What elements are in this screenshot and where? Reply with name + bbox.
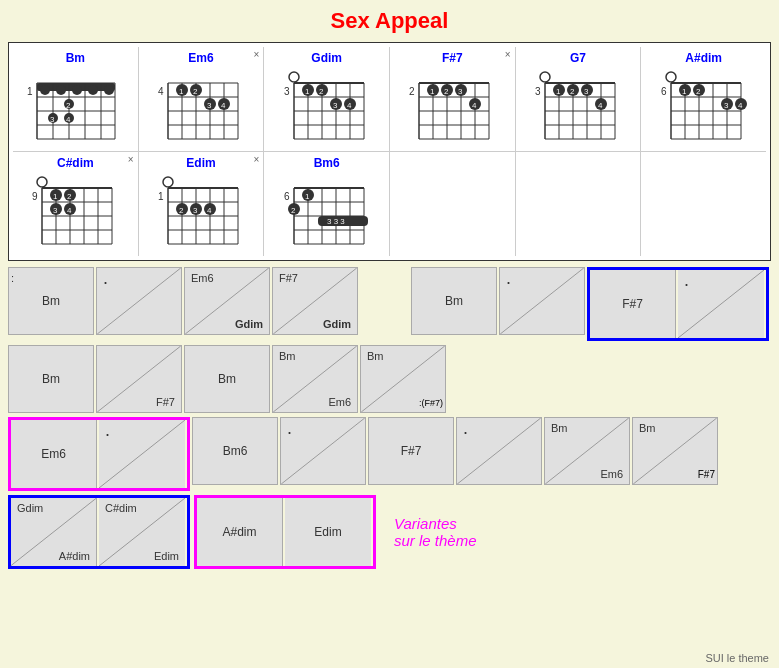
prog-row-2: Bm F#7 Bm Bm Em6 Bm :(F#7) [8, 345, 771, 413]
beat-dot-blue: · [678, 270, 764, 338]
bm-label-2: Bm [445, 294, 463, 308]
svg-text:9: 9 [32, 191, 38, 202]
dot-sym-1: · [103, 272, 108, 293]
chord-adim-diagram: 6 1 2 3 4 [659, 67, 749, 147]
prog-row-3: Em6 · Bm6 · F#7 [8, 417, 771, 491]
chord-empty-1 [390, 152, 516, 256]
beat-f7-gdim: F#7 Gdim [272, 267, 358, 335]
chord-row-1: Bm 1 [13, 47, 766, 152]
svg-text:3: 3 [284, 86, 290, 97]
f7-label-1: F#7 [279, 272, 298, 284]
svg-point-16 [88, 85, 98, 95]
svg-text:2: 2 [179, 206, 184, 215]
beat-bm-r2: Bm [8, 345, 94, 413]
chord-em6-diagram: 4 1 2 3 4 [156, 67, 246, 147]
chord-adim: A#dim 6 1 2 3 [641, 47, 766, 151]
svg-text:2: 2 [291, 206, 296, 215]
svg-text:4: 4 [347, 101, 352, 110]
svg-text:3: 3 [193, 206, 198, 215]
beat-dot-pink: · [99, 420, 185, 488]
beat-bm-em6: Bm Em6 [272, 345, 358, 413]
svg-text:3: 3 [333, 101, 338, 110]
svg-text:4: 4 [207, 206, 212, 215]
chord-edim-close[interactable]: × [254, 154, 260, 165]
chord-bm6-name: Bm6 [268, 156, 385, 170]
chord-f7: F#7 × 2 1 2 3 [390, 47, 516, 151]
beat-csdim-edim: C#dim Edim [99, 498, 185, 566]
variantes-label: Variantes sur le thème [384, 515, 771, 549]
diag-dot-1 [97, 268, 181, 334]
chord-empty-3 [641, 152, 766, 256]
diag-r3-2 [281, 418, 365, 484]
bm6-r3-label: Bm6 [223, 444, 248, 458]
svg-line-193 [99, 420, 185, 488]
beat-f7-blue: F#7 [590, 270, 676, 338]
chord-adim-name: A#dim [645, 51, 762, 65]
svg-text:3: 3 [50, 115, 55, 124]
beat-bm6-r3: Bm6 [192, 417, 278, 485]
svg-text:2: 2 [67, 192, 72, 201]
bm-label-1: Bm [42, 294, 60, 308]
chord-f7-close[interactable]: × [505, 49, 511, 60]
chord-empty-2 [516, 152, 642, 256]
beat-bm-f7: Bm :(F#7) [360, 345, 446, 413]
svg-text:4: 4 [472, 101, 477, 110]
bm-em6-tl: Bm [279, 350, 296, 362]
diag-dot-pink [99, 420, 185, 488]
progression-section: : Bm · Em6 Gdim F#7 Gdim [8, 267, 771, 569]
chord-edim-name: Edim [143, 156, 260, 170]
chord-csdim-close[interactable]: × [128, 154, 134, 165]
svg-text:1: 1 [53, 192, 58, 201]
beat-em6-gdim: Em6 Gdim [184, 267, 270, 335]
dot-sym-blue: · [684, 274, 689, 295]
footer-text: SUI le theme [705, 652, 769, 664]
pink-group-row3: Em6 · [8, 417, 190, 491]
bm-r2-label: Bm [42, 372, 60, 386]
bm-em6-r3-tl: Bm [551, 422, 568, 434]
svg-line-188 [500, 268, 583, 334]
beat-bm-r2-2: Bm [184, 345, 270, 413]
chord-bm: Bm 1 [13, 47, 139, 151]
bm-f7-r3-tl: Bm [639, 422, 656, 434]
chord-bm-diagram: 1 [25, 67, 125, 147]
dot-r3-3-sym: · [463, 422, 468, 443]
beat-f7-r3: F#7 [368, 417, 454, 485]
svg-text:3: 3 [207, 101, 212, 110]
svg-text:4: 4 [738, 101, 743, 110]
beat-diag-f7-r2: F#7 [96, 345, 182, 413]
svg-line-185 [97, 268, 180, 334]
svg-text:2: 2 [409, 86, 415, 97]
chord-g7-diagram: 3 1 2 3 4 [533, 67, 623, 147]
svg-point-15 [72, 85, 82, 95]
svg-text:1: 1 [179, 87, 184, 96]
svg-point-86 [540, 72, 550, 82]
svg-text:1: 1 [305, 87, 310, 96]
diag-dot-blue [678, 270, 764, 338]
dot-sym-2: · [506, 272, 511, 293]
gdim-label: Gdim [17, 502, 43, 514]
f7-r3-label: F#7 [401, 444, 422, 458]
variantes-text: Variantes sur le thème [394, 515, 477, 549]
svg-text:2: 2 [66, 101, 71, 110]
bm-r2-2-label: Bm [218, 372, 236, 386]
svg-text:1: 1 [430, 87, 435, 96]
gdim-label-2: Gdim [323, 318, 351, 330]
bottom-bar: SUI le theme [705, 650, 769, 666]
diag-r3-3 [457, 418, 541, 484]
chord-edim-diagram: 1 2 3 4 [156, 172, 246, 252]
diag-dot-2 [500, 268, 584, 334]
svg-text:2: 2 [444, 87, 449, 96]
chord-em6-close[interactable]: × [254, 49, 260, 60]
blue-group-row4: Gdim A#dim C#dim Edim [8, 495, 190, 569]
beat-dot-1: · [96, 267, 182, 335]
chord-gdim: Gdim 3 2 1 3 [264, 47, 390, 151]
bm-em6-r3-br: Em6 [600, 468, 623, 480]
chord-csdim-diagram: 9 1 2 3 4 [30, 172, 120, 252]
gdim-label-1: Gdim [235, 318, 263, 330]
beat-gdim-adim: Gdim A#dim [11, 498, 97, 566]
page-title: Sex Appeal [0, 0, 779, 38]
beat-em6-pink: Em6 [11, 420, 97, 488]
blue-group-row1: F#7 · [587, 267, 769, 341]
chord-bm6: Bm6 6 1 2 3 3 3 [264, 152, 390, 256]
chord-g7-name: G7 [520, 51, 637, 65]
